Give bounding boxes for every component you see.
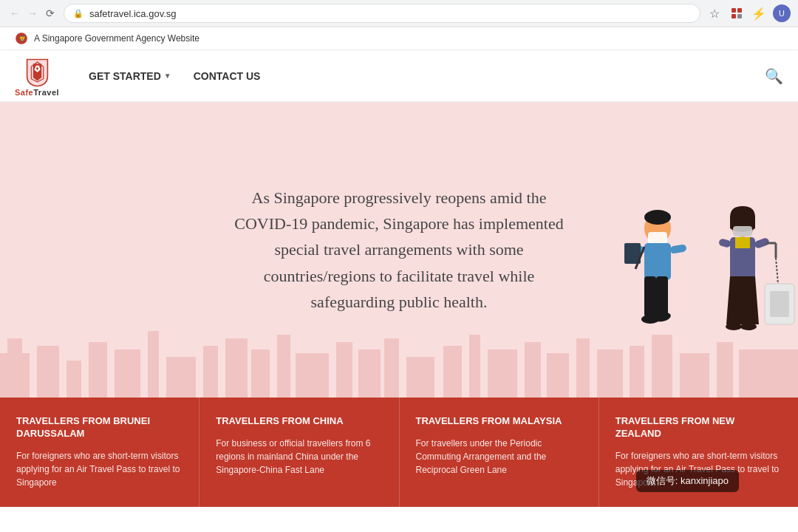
forward-button[interactable]: →	[25, 6, 40, 21]
svg-rect-25	[384, 338, 399, 398]
svg-rect-54	[735, 237, 750, 248]
svg-rect-48	[656, 276, 668, 317]
svg-rect-21	[277, 335, 290, 398]
svg-point-63	[740, 323, 757, 330]
svg-rect-17	[166, 357, 196, 398]
svg-rect-44	[669, 244, 686, 254]
svg-rect-18	[203, 346, 218, 398]
browser-actions: ☆ ⚡ U	[706, 4, 791, 22]
extension-button[interactable]	[729, 5, 745, 21]
svg-rect-22	[296, 353, 329, 398]
nav-links: GET STARTED ▼ CONTACT US	[89, 70, 765, 82]
svg-rect-16	[148, 331, 159, 398]
card-china-title: TRAVELLERS FROM CHINA	[216, 415, 382, 428]
safetravel-logo-icon	[21, 55, 54, 88]
user-avatar[interactable]: U	[773, 4, 791, 22]
reload-button[interactable]: ⟳	[43, 6, 58, 21]
page-wrapper: ← → ⟳ 🔒 safetravel.ica.gov.sg ☆	[0, 0, 798, 507]
svg-rect-26	[406, 357, 434, 398]
search-button[interactable]: 🔍	[765, 67, 783, 85]
wechat-text: 微信号: kanxinjiapo	[647, 475, 729, 486]
logo-safe: Safe	[15, 88, 33, 97]
svg-rect-30	[525, 342, 541, 398]
svg-rect-31	[547, 353, 569, 398]
wechat-watermark: 微信号: kanxinjiapo	[636, 470, 739, 492]
gov-banner-text: A Singapore Government Agency Website	[34, 33, 200, 44]
svg-point-41	[644, 210, 671, 225]
svg-rect-42	[644, 243, 671, 280]
svg-rect-13	[66, 361, 81, 398]
contact-us-label: CONTACT US	[194, 70, 261, 82]
svg-point-62	[726, 323, 742, 330]
get-started-label: GET STARTED	[89, 70, 161, 82]
card-malaysia-desc: For travellers under the Periodic Commut…	[416, 437, 582, 477]
contact-us-link[interactable]: CONTACT US	[194, 70, 261, 82]
card-malaysia-title: TRAVELLERS FROM MALAYSIA	[416, 415, 582, 428]
logo-travel: Travel	[33, 88, 59, 97]
card-nz-title: TRAVELLERS FROM NEW ZEALAND	[615, 415, 782, 440]
site-nav: SafeTravel GET STARTED ▼ CONTACT US 🔍	[0, 50, 798, 102]
back-button[interactable]: ←	[7, 6, 22, 21]
svg-rect-32	[576, 338, 590, 398]
svg-rect-20	[251, 349, 270, 398]
url-text: safetravel.ica.gov.sg	[89, 8, 177, 19]
svg-rect-15	[115, 349, 140, 398]
browser-chrome: ← → ⟳ 🔒 safetravel.ica.gov.sg ☆	[0, 0, 798, 27]
svg-line-61	[776, 258, 778, 284]
svg-rect-29	[488, 349, 517, 398]
svg-rect-27	[443, 346, 462, 398]
svg-rect-23	[336, 342, 352, 398]
browser-toolbar: ← → ⟳ 🔒 safetravel.ica.gov.sg ☆	[0, 0, 798, 27]
card-china[interactable]: TRAVELLERS FROM CHINA For business or of…	[200, 398, 399, 507]
svg-rect-14	[89, 342, 107, 398]
svg-rect-0	[732, 8, 736, 13]
card-brunei-desc: For foreigners who are short-term visito…	[16, 449, 183, 489]
extensions-button[interactable]: ⚡	[751, 5, 767, 21]
svg-text:🦁: 🦁	[18, 35, 27, 43]
svg-rect-2	[732, 14, 736, 18]
svg-rect-10	[0, 353, 30, 398]
singapore-lion-icon: 🦁	[15, 32, 28, 45]
svg-rect-55	[718, 238, 732, 248]
svg-rect-19	[225, 338, 248, 398]
svg-rect-28	[469, 335, 480, 398]
hero-illustration	[591, 188, 798, 398]
hero-text-block: As Singapore progressively reopens amid …	[214, 170, 584, 330]
logo-text: SafeTravel	[15, 88, 59, 97]
get-started-link[interactable]: GET STARTED ▼	[89, 70, 171, 82]
lock-icon: 🔒	[73, 9, 83, 18]
browser-nav-buttons: ← → ⟳	[7, 6, 58, 21]
bookmark-button[interactable]: ☆	[706, 5, 723, 21]
card-china-desc: For business or official travellers from…	[216, 437, 382, 477]
card-malaysia[interactable]: TRAVELLERS FROM MALAYSIA For travellers …	[400, 398, 599, 507]
svg-rect-12	[37, 346, 59, 398]
card-brunei-title: TRAVELLERS FROM BRUNEI DARUSSALAM	[16, 415, 183, 440]
svg-rect-47	[644, 276, 656, 317]
gov-banner: 🦁 A Singapore Government Agency Website	[0, 27, 798, 50]
logo-container[interactable]: SafeTravel	[15, 55, 59, 97]
svg-rect-1	[737, 8, 742, 13]
hero-section: As Singapore progressively reopens amid …	[0, 102, 798, 398]
address-bar[interactable]: 🔒 safetravel.ica.gov.sg	[64, 4, 700, 23]
svg-rect-11	[7, 338, 22, 353]
svg-rect-24	[358, 349, 381, 398]
get-started-chevron-icon: ▼	[164, 72, 171, 80]
svg-rect-52	[733, 226, 752, 236]
svg-rect-60	[770, 291, 789, 317]
svg-rect-40	[648, 232, 667, 244]
svg-rect-3	[737, 14, 742, 18]
card-brunei[interactable]: TRAVELLERS FROM BRUNEI DARUSSALAM For fo…	[0, 398, 200, 507]
hero-paragraph: As Singapore progressively reopens amid …	[229, 185, 569, 315]
